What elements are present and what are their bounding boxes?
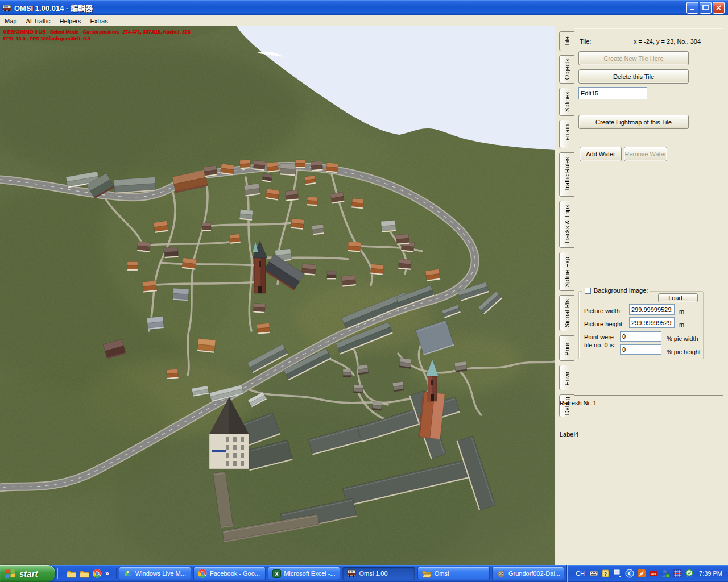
quick-launch-overflow-chevron[interactable]: » <box>105 569 109 577</box>
tile-edit-field[interactable] <box>578 87 647 99</box>
tab-label: Tile <box>564 36 570 46</box>
keyboard-icon[interactable] <box>589 569 598 578</box>
task-button-area: Windows Live M...Facebook - Goo...XMicro… <box>118 565 566 582</box>
tab-spline-exp-[interactable]: Spline-Exp. <box>559 252 574 291</box>
task-button-omsi[interactable]: Omsi <box>417 567 490 580</box>
tile-tab-page: Tile: x = -24, y = 23, No.. 304 Create N… <box>574 28 723 396</box>
task-label: Grundorf002-Dai... <box>508 570 560 577</box>
svg-text:ATI: ATI <box>651 572 656 576</box>
title-bar: OMSI 1.00.014 - 編輯器 <box>0 0 728 15</box>
map-scene <box>0 26 555 565</box>
menu-bar: MapAI TrafficHelpersExtras <box>0 15 728 26</box>
taskbar-clock[interactable]: 7:39 PM <box>699 570 722 577</box>
tab-label: Splines <box>564 92 570 112</box>
chrome-icon <box>198 569 207 578</box>
language-indicator[interactable]: CH <box>574 569 586 577</box>
tab-label: Signal Rts <box>564 299 570 327</box>
help-icon[interactable]: ? <box>601 569 610 578</box>
editor-side-panel: TileObjectsSplinesTerrainTraffic RulesTr… <box>555 26 728 565</box>
panel-tab-strip: TileObjectsSplinesTerrainTraffic RulesTr… <box>559 31 574 421</box>
taskbar: start » Windows Live M...Facebook - Goo.… <box>0 565 728 582</box>
minimize-button[interactable] <box>686 2 698 14</box>
folderopen-icon <box>422 569 432 578</box>
load-button[interactable]: Load... <box>658 293 698 302</box>
task-button-windows-live-m-[interactable]: Windows Live M... <box>119 567 191 580</box>
bus-icon <box>347 569 356 577</box>
tab-label: Objects <box>564 59 570 80</box>
menu-item-map[interactable]: Map <box>0 16 21 26</box>
gimp-icon <box>497 569 506 578</box>
add-water-button[interactable]: Add Water <box>580 147 622 161</box>
task-button-microsoft-excel-[interactable]: XMicrosoft Excel -... <box>268 567 340 580</box>
delete-tile-button[interactable]: Delete this Tile <box>578 69 689 84</box>
task-label: Microsoft Excel -... <box>284 570 335 577</box>
system-tray: CH ? ATI 7:39 PM <box>566 565 728 582</box>
quick-launch-chrome-icon[interactable] <box>92 568 102 579</box>
tab-label: Spline-Exp. <box>564 255 570 287</box>
start-label: start <box>19 569 38 579</box>
omsi-editor-window: OMSI 1.00.014 - 編輯器 MapAI TrafficHelpers… <box>0 0 728 582</box>
tab-label: Tracks & Trips <box>564 205 570 244</box>
label4-text: Label4 <box>560 431 578 438</box>
tab-tile[interactable]: Tile <box>559 31 574 51</box>
window-title: OMSI 1.00.014 - 編輯器 <box>14 2 686 13</box>
task-label: Facebook - Goo... <box>210 570 260 577</box>
taskbar-grip[interactable] <box>57 568 59 579</box>
ati-tray-icon[interactable]: ATI <box>649 569 658 578</box>
excel-icon: X <box>272 569 281 578</box>
tab-label: Traffic Rules <box>564 157 570 192</box>
tile-coordinates: x = -24, y = 23, No.. 304 <box>609 38 701 45</box>
maximize-button[interactable] <box>700 2 712 14</box>
menu-item-ai-traffic[interactable]: AI Traffic <box>21 16 55 26</box>
display-settings-icon[interactable] <box>613 569 622 578</box>
background-image-checkbox[interactable] <box>585 288 591 294</box>
background-image-group: Background Image: Load... Picture width:… <box>578 291 704 359</box>
quick-launch-folder-icon[interactable] <box>66 568 76 579</box>
debug-line-1: 0 EBKONMO 0 UB - Select Mode - Cursorpos… <box>3 28 191 35</box>
svg-text:?: ? <box>604 571 607 577</box>
quick-launch-bar: » <box>60 565 113 582</box>
viewport-3d[interactable]: 0 EBKONMO 0 UB - Select Mode - Cursorpos… <box>0 26 555 565</box>
omsi-bus-app-icon <box>2 3 11 13</box>
point-label-line1: Point were <box>584 334 614 340</box>
start-button[interactable]: start <box>0 565 55 582</box>
taskbar-grip-2[interactable] <box>115 568 117 579</box>
task-button-facebook-goo-[interactable]: Facebook - Goo... <box>193 567 266 580</box>
pct-width-label: % pic width <box>667 335 698 342</box>
tab-splines[interactable]: Splines <box>559 88 574 116</box>
menu-item-helpers[interactable]: Helpers <box>55 16 86 26</box>
tab-objects[interactable]: Objects <box>559 55 574 84</box>
tab-terrain[interactable]: Terrain <box>559 120 574 148</box>
tab-envir-[interactable]: Envir. <box>559 365 574 390</box>
point-y-field[interactable] <box>620 344 661 355</box>
point-label-line2: tile no. 0 is: <box>584 342 616 348</box>
debug-overlay: 0 EBKONMO 0 UB - Select Mode - Cursorpos… <box>3 28 191 42</box>
picture-width-field[interactable] <box>629 304 675 315</box>
picture-width-unit: m <box>679 308 684 315</box>
close-button[interactable] <box>713 2 725 14</box>
tab-label: Envir. <box>564 370 570 386</box>
messenger-icon <box>123 569 133 578</box>
hide-icons-chevron[interactable] <box>625 569 634 578</box>
task-button-grundorf002-dai-[interactable]: Grundorf002-Dai... <box>492 567 564 580</box>
ati-overdrive-icon[interactable] <box>637 569 646 578</box>
tab-tracks-trips[interactable]: Tracks & Trips <box>559 201 574 248</box>
tab-signal-rts[interactable]: Signal Rts <box>559 295 574 331</box>
pct-height-label: % pic height <box>667 348 701 355</box>
point-x-field[interactable] <box>620 331 661 342</box>
tab-prior-[interactable]: Prior. <box>559 335 574 361</box>
picture-height-field[interactable] <box>629 317 675 328</box>
certificate-badge-icon[interactable] <box>685 569 694 578</box>
tab-traffic-rules[interactable]: Traffic Rules <box>559 152 574 197</box>
create-new-tile-button[interactable]: Create New Tile Here <box>578 51 689 65</box>
quick-launch-folder-icon[interactable] <box>79 568 89 579</box>
menu-item-extras[interactable]: Extras <box>86 16 113 26</box>
messenger-status-icon[interactable] <box>661 569 670 578</box>
create-lightmap-button[interactable]: Create Lightmap of this Tile <box>578 115 689 129</box>
task-button-omsi-1-00[interactable]: Omsi 1.00 <box>342 567 415 580</box>
tab-label: Terrain <box>564 124 570 144</box>
task-label: Omsi 1.00 <box>359 570 387 577</box>
task-label: Windows Live M... <box>135 570 186 577</box>
app-grid-icon[interactable] <box>673 569 682 578</box>
remove-water-button[interactable]: Remove Water <box>624 147 667 161</box>
